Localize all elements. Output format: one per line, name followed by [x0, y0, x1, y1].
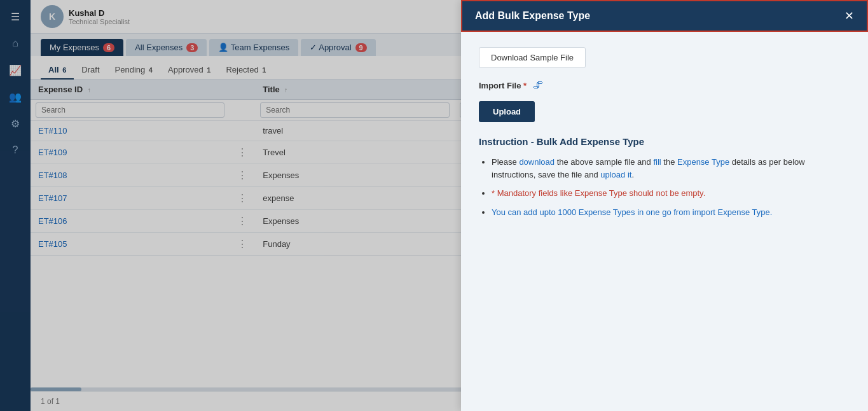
instruction-title: Instruction - Bulk Add Expense Type [479, 136, 850, 147]
modal-body: Download Sample File Import File * 🖇 Upl… [461, 32, 868, 411]
upload-button[interactable]: Upload [479, 101, 535, 122]
instruction-item-1: Please download the above sample file an… [492, 156, 850, 181]
instruction-item-2: * Mandatory fields like Expense Type sho… [492, 187, 850, 200]
instruction-list: Please download the above sample file an… [479, 156, 850, 218]
download-sample-file-button[interactable]: Download Sample File [479, 47, 586, 68]
modal-overlay: Add Bulk Expense Type ✕ Download Sample … [0, 0, 868, 411]
instruction-item-3: You can add upto 1000 Expense Types in o… [492, 206, 850, 219]
import-file-row: Import File * 🖇 [479, 80, 850, 91]
attachment-icon[interactable]: 🖇 [533, 80, 543, 91]
bulk-expense-modal: Add Bulk Expense Type ✕ Download Sample … [461, 0, 868, 411]
required-star: * [523, 81, 527, 90]
modal-header: Add Bulk Expense Type ✕ [461, 0, 868, 32]
modal-title: Add Bulk Expense Type [475, 10, 590, 22]
modal-close-button[interactable]: ✕ [844, 10, 854, 22]
import-label: Import File * [479, 81, 527, 90]
